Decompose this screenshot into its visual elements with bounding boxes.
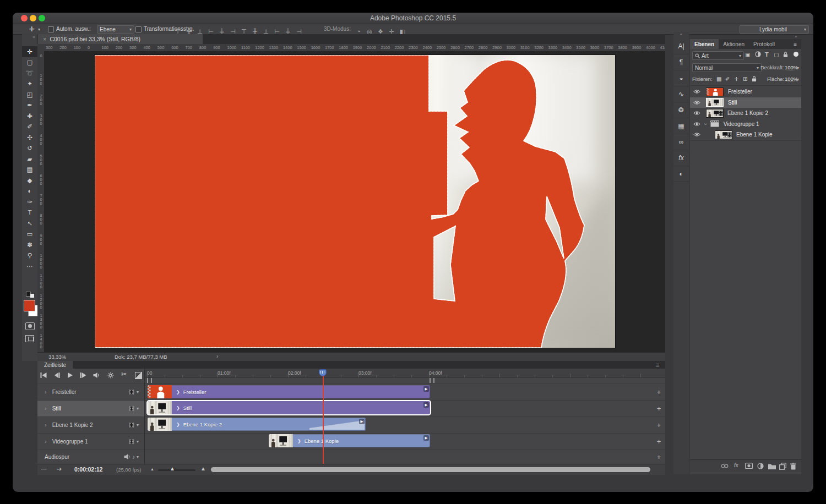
- chevron-down-icon[interactable]: ▾: [38, 27, 40, 32]
- clip-fx-chip[interactable]: ▶: [423, 402, 429, 408]
- clip-fx-chip[interactable]: ▶: [423, 435, 429, 441]
- new-adjustment-layer-icon[interactable]: [757, 463, 764, 469]
- more-tools[interactable]: ⋯: [22, 261, 37, 272]
- clip-still[interactable]: ❯Still ▶: [148, 401, 430, 414]
- filter-pixel-layers-icon[interactable]: ▣: [745, 52, 750, 58]
- hand-tool[interactable]: ✽: [22, 239, 37, 250]
- document-tab[interactable]: × C0016.psd bei 33,3% (Still, RGB/8): [37, 34, 203, 44]
- layers-panel-menu-icon[interactable]: ≡: [789, 39, 801, 49]
- frame-view-icon[interactable]: ▫▫▫: [41, 467, 47, 471]
- status-chevron-icon[interactable]: ›: [216, 353, 218, 359]
- canvas[interactable]: [95, 55, 615, 348]
- timeline-settings-icon[interactable]: [107, 372, 114, 379]
- timeline-tab[interactable]: Zeitleiste: [37, 361, 73, 369]
- filter-toggle[interactable]: [794, 52, 798, 57]
- toolbar-collapse-icon[interactable]: »: [22, 34, 37, 45]
- lasso-tool[interactable]: ➰: [22, 68, 37, 79]
- horizontal-ruler[interactable]: 3002001000100200300400500600700800900100…: [37, 44, 665, 52]
- new-layer-icon[interactable]: [779, 463, 786, 470]
- group-expand-icon[interactable]: ›: [703, 123, 709, 125]
- opacity-value[interactable]: 100%: [785, 64, 798, 70]
- split-at-playhead-icon[interactable]: ✂: [121, 370, 127, 378]
- delete-layer-icon[interactable]: [790, 463, 796, 470]
- screen-mode-icon[interactable]: [25, 335, 34, 342]
- layer-row-ebene-1-kopie-2[interactable]: Ebene 1 Kopie 2: [690, 108, 801, 119]
- character-panel-icon[interactable]: A|: [673, 39, 689, 54]
- layer-visibility-eye-icon[interactable]: [693, 100, 700, 105]
- clip-fx-chip[interactable]: ▶: [359, 419, 365, 424]
- tab-ebenen[interactable]: Ebenen: [690, 39, 719, 49]
- layer-row-videogruppe-1[interactable]: › Videogruppe 1: [690, 119, 801, 130]
- dodge-tool[interactable]: ◐: [22, 186, 37, 197]
- layer-style-fx-icon[interactable]: fx: [734, 462, 738, 468]
- add-media-to-track-button[interactable]: +: [653, 388, 665, 396]
- move-tool-icon[interactable]: ✛: [29, 25, 35, 33]
- paragraph-panel-icon[interactable]: ¶: [673, 54, 689, 70]
- shape-tool[interactable]: ▭: [22, 229, 37, 240]
- effects-panel-icon[interactable]: fx: [673, 150, 689, 166]
- pen-tool[interactable]: ✑: [22, 196, 37, 207]
- channels-panel-icon[interactable]: ▦: [673, 118, 689, 134]
- path-selection-tool[interactable]: ↖: [22, 218, 37, 229]
- layer-visibility-eye-icon[interactable]: [693, 89, 700, 94]
- clip-fx-chip[interactable]: ▶: [423, 386, 429, 392]
- quick-mask-icon[interactable]: [25, 322, 35, 330]
- fade-keyframe-wedge[interactable]: [309, 419, 365, 430]
- adjustments-panel-icon[interactable]: ◐: [673, 166, 689, 182]
- zoom-level[interactable]: 33,33%: [48, 354, 66, 360]
- timeline-scrollbar[interactable]: [211, 467, 650, 472]
- eyedropper-tool[interactable]: ✒: [22, 100, 37, 111]
- go-to-next-frame-button[interactable]: [80, 372, 86, 378]
- zoom-in-timeline-icon[interactable]: ▲: [200, 465, 206, 472]
- filter-shape-layers-icon[interactable]: ▢: [774, 52, 779, 58]
- go-to-first-frame-button[interactable]: [40, 372, 47, 378]
- move-tool[interactable]: ✛: [22, 46, 37, 57]
- blur-tool[interactable]: ◆: [22, 175, 37, 186]
- clip-freisteller[interactable]: ❯Freisteller ▶: [148, 385, 430, 398]
- add-media-to-track-button[interactable]: +: [653, 453, 665, 461]
- chevron-down-icon[interactable]: ▾: [797, 77, 799, 82]
- layer-thumbnail[interactable]: [706, 87, 724, 96]
- layer-row-still[interactable]: Still: [690, 97, 801, 108]
- show-transform-controls-checkbox[interactable]: [135, 26, 142, 32]
- lock-image-pixels-icon[interactable]: ✐: [725, 76, 730, 82]
- chevron-down-icon[interactable]: ▾: [797, 65, 799, 70]
- clip-ebene-1-kopie[interactable]: ❯Ebene 1 Kopie ▶: [269, 434, 430, 447]
- layer-thumbnail[interactable]: [706, 98, 724, 107]
- tab-protokoll[interactable]: Protokoll: [749, 39, 779, 49]
- fill-value[interactable]: 100%: [785, 76, 798, 82]
- layer-filter-dropdown[interactable]: Art▾: [692, 51, 744, 60]
- playhead-line[interactable]: [323, 376, 324, 464]
- play-button[interactable]: [67, 372, 73, 378]
- new-group-icon[interactable]: [768, 463, 776, 469]
- filter-adjustment-layers-icon[interactable]: [755, 51, 761, 57]
- work-area-end-handle[interactable]: [430, 378, 434, 383]
- swap-colors-icon[interactable]: [30, 294, 34, 298]
- marquee-tool[interactable]: ▢: [22, 57, 37, 68]
- lock-transparent-pixels-icon[interactable]: ▩: [716, 76, 721, 82]
- color-panel-icon[interactable]: ◒: [673, 70, 689, 86]
- close-tab-icon[interactable]: ×: [43, 36, 46, 42]
- layer-visibility-eye-icon[interactable]: [693, 122, 700, 127]
- lock-all-icon[interactable]: [752, 75, 757, 82]
- zoom-tool[interactable]: ⚲: [22, 250, 37, 261]
- link-layers-icon[interactable]: [721, 464, 729, 468]
- layer-row-ebene-1-kopie[interactable]: Ebene 1 Kopie: [690, 129, 801, 140]
- healing-brush-tool[interactable]: ✚: [22, 111, 37, 122]
- crop-tool[interactable]: ◰: [22, 89, 37, 100]
- track-still[interactable]: ›Still ▾: [37, 400, 144, 417]
- add-media-to-track-button[interactable]: +: [653, 421, 665, 429]
- history-brush-tool[interactable]: ↺: [22, 143, 37, 154]
- lock-position-icon[interactable]: ✛: [734, 76, 738, 82]
- quick-selection-tool[interactable]: ✦: [22, 79, 37, 90]
- add-layer-mask-icon[interactable]: [745, 463, 753, 469]
- layer-row-freisteller[interactable]: Freisteller: [690, 86, 801, 97]
- clone-stamp-tool[interactable]: ✣: [22, 132, 37, 143]
- paths-panel-icon[interactable]: ∿: [673, 86, 689, 102]
- track-ebene-1-kopie-2[interactable]: ›Ebene 1 Kopie 2 ▾: [37, 417, 144, 433]
- layer-visibility-eye-icon[interactable]: [693, 111, 700, 116]
- auto-select-dropdown[interactable]: Ebene▾: [97, 25, 134, 34]
- timeline-zoom-slider[interactable]: [158, 469, 195, 471]
- timeline-zoom-thumb[interactable]: ▲: [170, 465, 175, 472]
- track-freisteller[interactable]: ›Freisteller ▾: [37, 384, 144, 400]
